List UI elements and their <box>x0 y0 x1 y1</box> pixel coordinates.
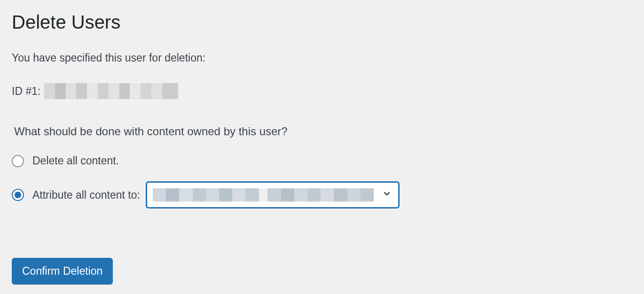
select-value-redacted <box>153 188 374 201</box>
chevron-down-icon <box>382 189 392 201</box>
deletion-description: You have specified this user for deletio… <box>12 52 632 64</box>
user-name-redacted <box>44 83 178 99</box>
content-question: What should be done with content owned b… <box>14 125 632 138</box>
user-id-label: ID #1: <box>12 85 40 98</box>
radio-delete-all[interactable] <box>12 155 24 167</box>
page-title: Delete Users <box>12 12 632 33</box>
attribute-select-wrapper <box>146 181 400 209</box>
confirm-deletion-button[interactable]: Confirm Deletion <box>12 258 113 285</box>
attribute-user-select[interactable] <box>146 181 400 209</box>
radio-attribute[interactable] <box>12 189 24 201</box>
radio-delete-all-label[interactable]: Delete all content. <box>32 155 119 167</box>
option-attribute: Attribute all content to: <box>12 181 632 209</box>
user-specified-line: ID #1: <box>12 83 632 99</box>
radio-attribute-label[interactable]: Attribute all content to: <box>32 189 140 201</box>
option-delete-all: Delete all content. <box>12 155 632 167</box>
